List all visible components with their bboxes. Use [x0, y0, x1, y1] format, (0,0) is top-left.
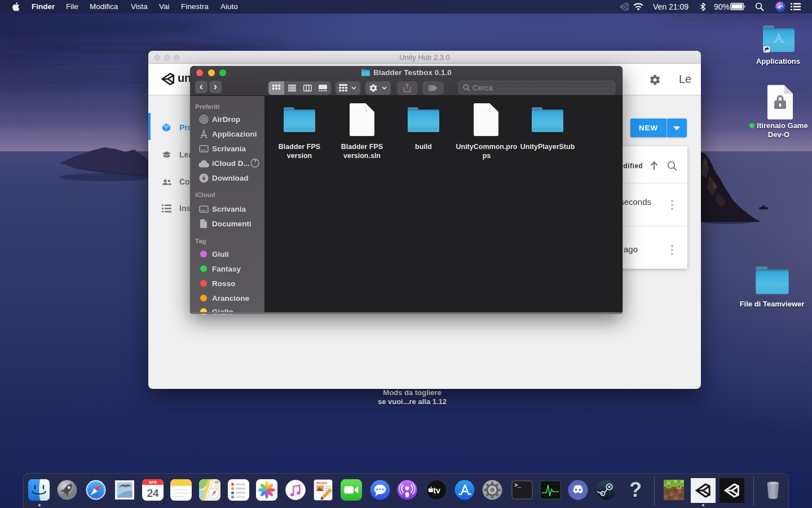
svg-text:24: 24 [147, 487, 159, 499]
svg-text:tv: tv [433, 486, 440, 495]
svg-text:PAGES: PAGES [316, 481, 327, 485]
svg-text:>_: >_ [514, 483, 522, 489]
svg-text:APR: APR [149, 480, 157, 484]
svg-text:3D: 3D [214, 480, 219, 484]
